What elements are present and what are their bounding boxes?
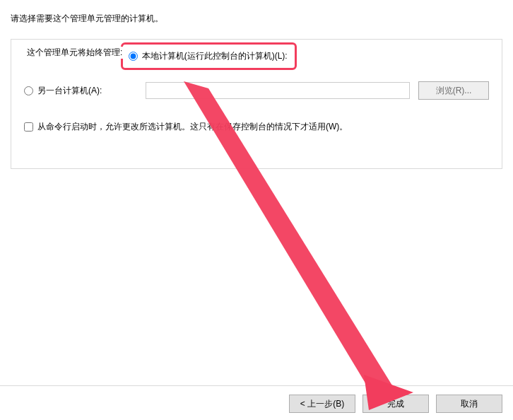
- allow-change-checkbox-row[interactable]: 从命令行启动时，允许更改所选计算机。这只有在保存控制台的情况下才适用(W)。: [24, 121, 489, 133]
- allow-change-checkbox[interactable]: [24, 122, 33, 132]
- local-computer-radio[interactable]: [129, 52, 138, 61]
- dialog-footer: < 上一步(B) 完成 取消: [0, 385, 513, 413]
- highlight-annotation: 本地计算机(运行此控制台的计算机)(L):: [121, 42, 297, 70]
- browse-button[interactable]: 浏览(R)...: [418, 81, 489, 100]
- another-computer-label: 另一台计算机(A):: [37, 85, 102, 97]
- another-computer-input[interactable]: [146, 82, 410, 99]
- management-target-group: 这个管理单元将始终管理: 本地计算机(运行此控制台的计算机)(L): 另一台计算…: [11, 39, 502, 169]
- local-computer-label: 本地计算机(运行此控制台的计算机)(L):: [142, 50, 288, 62]
- group-label: 这个管理单元将始终管理:: [24, 47, 125, 59]
- cancel-button[interactable]: 取消: [436, 395, 502, 413]
- another-computer-option[interactable]: 另一台计算机(A):: [24, 85, 137, 97]
- instruction-text: 请选择需要这个管理单元管理的计算机。: [0, 0, 513, 25]
- local-computer-option[interactable]: 本地计算机(运行此控制台的计算机)(L):: [129, 50, 288, 62]
- another-computer-radio[interactable]: [24, 86, 33, 95]
- finish-button[interactable]: 完成: [362, 395, 429, 413]
- back-button[interactable]: < 上一步(B): [289, 395, 355, 413]
- allow-change-label: 从命令行启动时，允许更改所选计算机。这只有在保存控制台的情况下才适用(W)。: [37, 121, 348, 133]
